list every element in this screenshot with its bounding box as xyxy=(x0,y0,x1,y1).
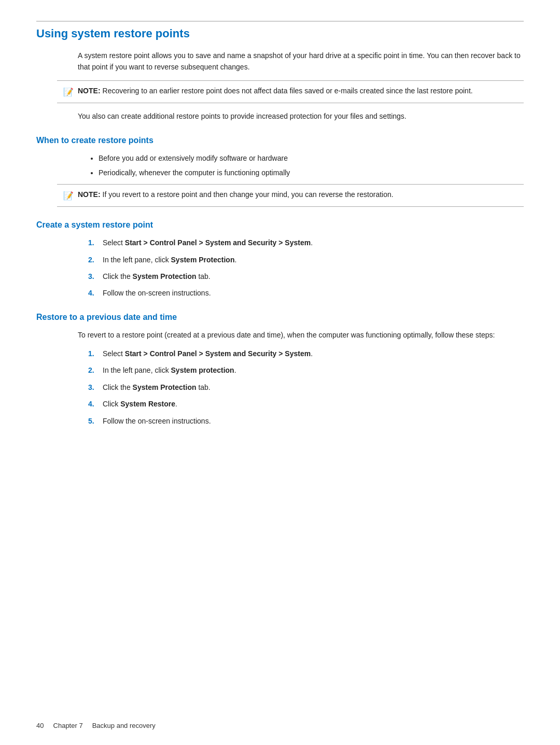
note-icon-2: 📝 xyxy=(63,189,74,203)
step-bold: System Protection xyxy=(171,256,235,264)
restore-heading: Restore to a previous date and time xyxy=(36,313,524,322)
step-bold: Start > Control Panel > System and Secur… xyxy=(125,349,311,358)
step-bold: System protection xyxy=(171,366,234,374)
step-text: Follow the on-screen instructions. xyxy=(103,287,211,299)
create-step-2: 2. In the left pane, click System Protec… xyxy=(88,254,524,265)
restore-steps-list: 1. Select Start > Control Panel > System… xyxy=(88,348,524,427)
page-footer: 40 Chapter 7 Backup and recovery xyxy=(36,722,156,729)
note-box-1: 📝 NOTE:Recovering to an earlier restore … xyxy=(57,80,524,104)
step-num: 4. xyxy=(88,398,97,410)
restore-step-3: 3. Click the System Protection tab. xyxy=(88,382,524,393)
step-text: Click the System Protection tab. xyxy=(103,271,211,282)
restore-step-2: 2. In the left pane, click System protec… xyxy=(88,364,524,376)
intro-paragraph: A system restore point allows you to sav… xyxy=(78,50,524,73)
create-step-4: 4. Follow the on-screen instructions. xyxy=(88,287,524,299)
create-step-3: 3. Click the System Protection tab. xyxy=(88,271,524,282)
step-bold: System Protection xyxy=(133,383,197,391)
restore-intro: To revert to a restore point (created at… xyxy=(78,329,524,341)
restore-step-4: 4. Click System Restore. xyxy=(88,398,524,410)
create-steps-list: 1. Select Start > Control Panel > System… xyxy=(88,237,524,299)
step-text: Select Start > Control Panel > System an… xyxy=(103,348,313,359)
when-heading: When to create restore points xyxy=(36,136,524,145)
main-heading: Using system restore points xyxy=(36,21,524,40)
footer-chapter: Chapter 7 xyxy=(53,722,83,729)
step-num: 3. xyxy=(88,382,97,393)
additional-paragraph: You also can create additional restore p… xyxy=(78,110,524,122)
step-text: In the left pane, click System Protectio… xyxy=(103,254,236,265)
restore-step-1: 1. Select Start > Control Panel > System… xyxy=(88,348,524,359)
list-item: Periodically, whenever the computer is f… xyxy=(99,167,524,178)
step-bold: System Protection xyxy=(133,272,197,280)
note-1-label: NOTE: xyxy=(78,87,101,95)
step-num: 4. xyxy=(88,287,97,299)
create-step-1: 1. Select Start > Control Panel > System… xyxy=(88,237,524,248)
note-box-2: 📝 NOTE:If you revert to a restore point … xyxy=(57,184,524,207)
list-item: Before you add or extensively modify sof… xyxy=(99,152,524,164)
bullet-list: Before you add or extensively modify sof… xyxy=(99,152,524,179)
step-bold: Start > Control Panel > System and Secur… xyxy=(125,238,311,247)
step-num: 3. xyxy=(88,271,97,282)
step-text: Click the System Protection tab. xyxy=(103,382,211,393)
step-num: 2. xyxy=(88,254,97,265)
restore-step-5: 5. Follow the on-screen instructions. xyxy=(88,415,524,427)
note-icon-1: 📝 xyxy=(63,86,74,99)
note-2-label: NOTE: xyxy=(78,190,101,199)
note-1-text: NOTE:Recovering to an earlier restore po… xyxy=(78,85,473,96)
step-text: Click System Restore. xyxy=(103,398,177,410)
step-text: Follow the on-screen instructions. xyxy=(103,415,211,427)
step-bold: System Restore xyxy=(120,400,175,408)
step-num: 1. xyxy=(88,237,97,248)
step-text: In the left pane, click System protectio… xyxy=(103,364,236,376)
footer-page-num: 40 xyxy=(36,722,44,729)
step-text: Select Start > Control Panel > System an… xyxy=(103,237,313,248)
create-heading: Create a system restore point xyxy=(36,220,524,230)
step-num: 5. xyxy=(88,415,97,427)
note-2-text: NOTE:If you revert to a restore point an… xyxy=(78,189,394,200)
footer-chapter-title: Backup and recovery xyxy=(92,722,156,729)
page-container: Using system restore points A system res… xyxy=(0,0,560,463)
step-num: 2. xyxy=(88,364,97,376)
step-num: 1. xyxy=(88,348,97,359)
